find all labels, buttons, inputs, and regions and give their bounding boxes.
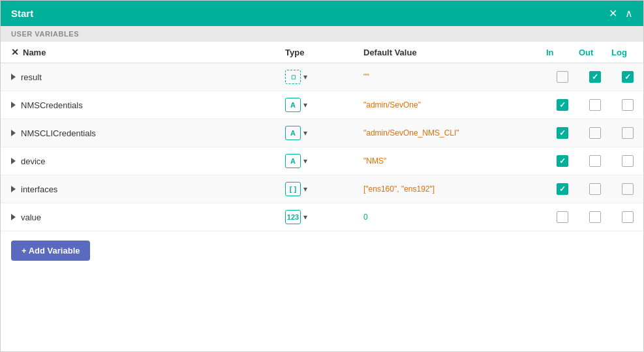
table-row: interfaces[ ]▾["ens160", "ens192"]🗑 xyxy=(1,175,643,203)
log-checkbox-wrap xyxy=(611,155,644,167)
type-icon[interactable]: [ ] xyxy=(285,182,301,196)
type-badge: A▾ xyxy=(285,126,363,140)
row-name-cell: interfaces xyxy=(11,184,285,194)
col-header-out: Out xyxy=(579,48,611,57)
expand-arrow-icon[interactable] xyxy=(11,130,16,136)
type-chevron-icon[interactable]: ▾ xyxy=(303,213,307,222)
col-header-name: ✕ Name xyxy=(11,47,285,57)
out-checkbox-wrap xyxy=(579,71,611,83)
window-title: Start xyxy=(11,8,33,19)
log-checkbox-wrap xyxy=(611,211,644,223)
type-icon[interactable]: 123 xyxy=(285,210,301,224)
in-checkbox[interactable] xyxy=(557,71,568,83)
expand-arrow-icon[interactable] xyxy=(11,186,16,192)
type-chevron-icon[interactable]: ▾ xyxy=(303,184,307,194)
start-window: Start ✕ ∧ USER VARIABLES ✕ Name Type Def… xyxy=(0,0,644,352)
expand-arrow-icon[interactable] xyxy=(11,102,16,108)
default-value: "admin/SevOne" xyxy=(363,100,546,110)
in-checkbox-wrap xyxy=(546,99,579,111)
col-header-type: Type xyxy=(285,48,363,57)
in-checkbox-wrap xyxy=(546,71,579,83)
table-row: value123▾0🗑 xyxy=(1,203,643,231)
in-checkbox[interactable] xyxy=(557,183,568,195)
expand-arrow-icon[interactable] xyxy=(11,74,16,80)
table-row: deviceA▾"NMS"🗑 xyxy=(1,147,643,175)
collapse-icon[interactable]: ∧ xyxy=(625,7,633,20)
type-badge: A▾ xyxy=(285,98,363,112)
close-icon[interactable]: ✕ xyxy=(609,7,617,20)
type-badge: [ ]▾ xyxy=(285,182,363,196)
log-checkbox-wrap xyxy=(611,71,644,83)
in-checkbox[interactable] xyxy=(557,127,568,139)
log-checkbox[interactable] xyxy=(622,183,634,195)
in-checkbox-wrap xyxy=(546,155,579,167)
type-badge: A▾ xyxy=(285,154,363,168)
log-checkbox[interactable] xyxy=(622,71,634,83)
log-checkbox-wrap xyxy=(611,183,644,195)
type-chevron-icon[interactable]: ▾ xyxy=(303,156,307,166)
x-icon: ✕ xyxy=(11,47,19,57)
row-name-cell: NMSCLICredentials xyxy=(11,128,285,138)
log-checkbox-wrap xyxy=(611,127,644,139)
log-checkbox[interactable] xyxy=(622,127,634,139)
out-checkbox[interactable] xyxy=(589,155,601,167)
table-row: NMSCredentialsA▾"admin/SevOne"🗑 xyxy=(1,91,643,119)
row-name-cell: NMSCredentials xyxy=(11,100,285,110)
out-checkbox[interactable] xyxy=(589,99,601,111)
section-header: USER VARIABLES xyxy=(1,26,643,42)
out-checkbox-wrap xyxy=(579,127,611,139)
col-header-log: Log xyxy=(611,48,644,57)
out-checkbox[interactable] xyxy=(589,71,601,83)
row-name-cell: device xyxy=(11,156,285,166)
log-checkbox-wrap xyxy=(611,99,644,111)
out-checkbox-wrap xyxy=(579,183,611,195)
expand-arrow-icon[interactable] xyxy=(11,158,16,164)
in-checkbox-wrap xyxy=(546,127,579,139)
variable-name: result xyxy=(21,72,42,82)
col-header-default: Default Value xyxy=(363,48,546,57)
log-checkbox[interactable] xyxy=(622,211,634,223)
section-label: USER VARIABLES xyxy=(11,30,79,38)
type-icon[interactable]: A xyxy=(285,154,301,168)
row-name-cell: value xyxy=(11,213,285,222)
title-bar: Start ✕ ∧ xyxy=(1,1,643,26)
type-badge: 123▾ xyxy=(285,210,363,224)
in-checkbox-wrap xyxy=(546,183,579,195)
default-value: ["ens160", "ens192"] xyxy=(363,184,546,194)
in-checkbox[interactable] xyxy=(557,155,568,167)
type-icon[interactable]: A xyxy=(285,126,301,140)
out-checkbox[interactable] xyxy=(589,211,601,223)
type-icon[interactable]: ◻ xyxy=(285,70,301,84)
log-checkbox[interactable] xyxy=(622,99,634,111)
out-checkbox[interactable] xyxy=(589,127,601,139)
table-body: result◻▾""🗑NMSCredentialsA▾"admin/SevOne… xyxy=(1,63,643,231)
row-name-cell: result xyxy=(11,72,285,82)
type-chevron-icon[interactable]: ▾ xyxy=(303,100,307,110)
expand-arrow-icon[interactable] xyxy=(11,214,16,220)
variable-name: interfaces xyxy=(21,184,57,194)
type-chevron-icon[interactable]: ▾ xyxy=(303,128,307,138)
variable-name: NMSCredentials xyxy=(21,100,83,110)
add-variable-button[interactable]: + Add Variable xyxy=(11,241,90,261)
out-checkbox-wrap xyxy=(579,99,611,111)
default-value: "" xyxy=(363,72,546,81)
type-chevron-icon[interactable]: ▾ xyxy=(303,72,307,81)
table-header: ✕ Name Type Default Value In Out Log Req… xyxy=(1,42,643,63)
out-checkbox-wrap xyxy=(579,211,611,223)
in-checkbox[interactable] xyxy=(557,99,568,111)
default-value: "admin/SevOne_NMS_CLI" xyxy=(363,128,546,138)
out-checkbox-wrap xyxy=(579,155,611,167)
variable-name: NMSCLICredentials xyxy=(21,128,96,138)
default-value: 0 xyxy=(363,213,546,222)
default-value: "NMS" xyxy=(363,156,546,166)
table-row: NMSCLICredentialsA▾"admin/SevOne_NMS_CLI… xyxy=(1,119,643,147)
log-checkbox[interactable] xyxy=(622,155,634,167)
col-header-in: In xyxy=(546,48,579,57)
variable-name: device xyxy=(21,156,46,166)
in-checkbox-wrap xyxy=(546,211,579,223)
in-checkbox[interactable] xyxy=(557,211,568,223)
variable-name: value xyxy=(21,213,41,222)
table-row: result◻▾""🗑 xyxy=(1,63,643,91)
out-checkbox[interactable] xyxy=(589,183,601,195)
type-icon[interactable]: A xyxy=(285,98,301,112)
